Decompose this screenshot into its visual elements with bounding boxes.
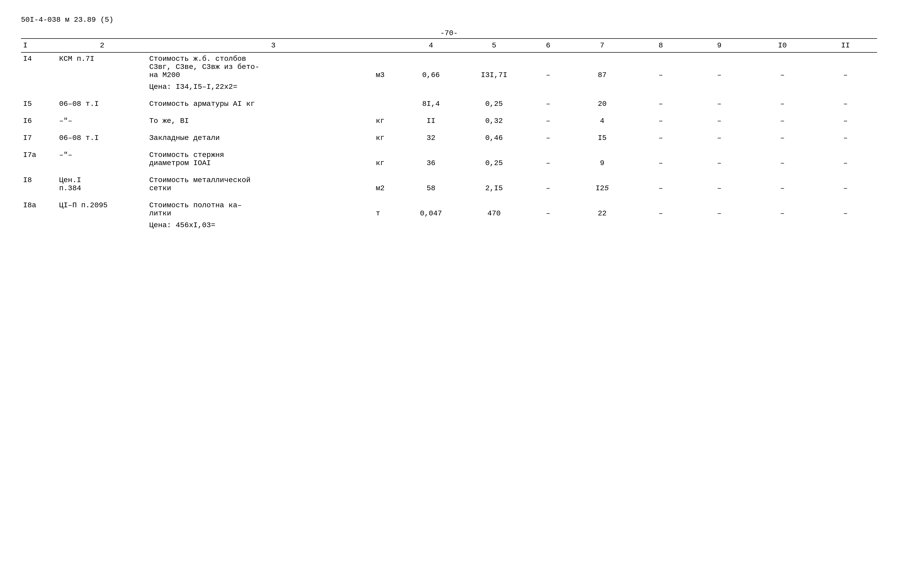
row-value-11: – [814,174,877,194]
col-header-3: 3 [147,38,399,52]
page-number: -70- [21,29,877,37]
main-table: I 2 3 4 5 6 7 8 9 I0 II I4КСМ п.7IСтоимо… [21,38,877,236]
row-unit: кг [374,149,399,169]
row-value-10: – [751,132,814,144]
row-value-4: 8I,4 [399,98,463,110]
row-value-10: – [751,199,814,220]
column-header-row: I 2 3 4 5 6 7 8 9 I0 II [21,38,877,52]
table-row: I8аЦI–П п.2095Стоимость полотна ка–литки… [21,199,877,220]
row-value-5: 470 [463,199,526,220]
row-id: I7 [21,132,57,144]
row-ref: –"– [57,115,147,127]
row-value-9: – [688,52,751,81]
row-value-10: – [751,52,814,81]
row-ref: –"– [57,149,147,169]
row-value-4: 58 [399,174,463,194]
row-id: I6 [21,115,57,127]
spacer-row [21,93,877,98]
table-row: I506–08 т.IСтоимость арматуры АI кг8I,40… [21,98,877,110]
spacer-row [21,169,877,174]
row-value-9: – [688,132,751,144]
table-row: I6–"–То же, ВIкгII0,32–4–––– [21,115,877,127]
row-value-7: 87 [570,52,634,81]
row-description: То же, ВI [147,115,374,127]
row-value-8: – [634,174,688,194]
row-unit: кг [374,115,399,127]
row-id: I8а [21,199,57,220]
row-ref: 06–08 т.I [57,132,147,144]
row-unit: м3 [374,52,399,81]
row-value-6: – [526,149,571,169]
doc-reference: 50I-4-038 м 23.89 (5) [21,16,877,24]
table-row: I8Цен.Iп.384Стоимость металлическойсетки… [21,174,877,194]
row-value-4: 0,047 [399,199,463,220]
row-value-11: – [814,52,877,81]
col-header-2: 2 [57,38,147,52]
price-note: Цена: 456xI,03= [147,220,877,231]
row-description: Стоимость арматуры АI кг [147,98,374,110]
row-id: I7а [21,149,57,169]
row-id: I5 [21,98,57,110]
row-value-7: 20 [570,98,634,110]
col-header-10: I0 [751,38,814,52]
row-description: Стоимость полотна ка–литки [147,199,374,220]
page-number-text: -70- [440,29,458,37]
spacer-row [21,144,877,149]
row-ref: Цен.Iп.384 [57,174,147,194]
row-value-7: 4 [570,115,634,127]
row-value-4: 36 [399,149,463,169]
row-value-9: – [688,115,751,127]
row-value-8: – [634,98,688,110]
col-header-6: 6 [526,38,571,52]
row-ref: ЦI–П п.2095 [57,199,147,220]
row-value-7: I25 [570,174,634,194]
row-value-6: – [526,174,571,194]
spacer-row [21,110,877,115]
col-header-5: 5 [463,38,526,52]
row-value-9: – [688,149,751,169]
row-value-11: – [814,115,877,127]
row-value-4: 0,66 [399,52,463,81]
row-value-6: – [526,52,571,81]
table-row: I4КСМ п.7IСтоимость ж.б. столбовС3вг, С3… [21,52,877,81]
row-value-9: – [688,98,751,110]
row-value-4: 32 [399,132,463,144]
row-value-7: I5 [570,132,634,144]
row-value-5: 0,46 [463,132,526,144]
row-value-7: 9 [570,149,634,169]
row-description: Стоимость ж.б. столбовС3вг, С3ве, С3вж и… [147,52,374,81]
row-value-6: – [526,199,571,220]
spacer-row [21,127,877,132]
row-ref: КСМ п.7I [57,52,147,81]
price-note-row: Цена: 456xI,03= [21,220,877,231]
row-value-5: 0,25 [463,98,526,110]
row-value-11: – [814,98,877,110]
row-unit: т [374,199,399,220]
col-header-4: 4 [399,38,463,52]
price-note: Цена: I34,I5–I,22x2= [147,81,877,93]
row-value-10: – [751,174,814,194]
row-value-9: – [688,199,751,220]
row-value-8: – [634,115,688,127]
row-value-11: – [814,199,877,220]
row-value-11: – [814,149,877,169]
row-value-7: 22 [570,199,634,220]
col-header-1: I [21,38,57,52]
col-header-11: II [814,38,877,52]
table-row: I706–08 т.IЗакладные деталикг320,46–I5––… [21,132,877,144]
doc-ref-text: 50I-4-038 м 23.89 (5) [21,16,114,24]
col-header-8: 8 [634,38,688,52]
row-description: Стоимость металлическойсетки [147,174,374,194]
row-unit: кг [374,132,399,144]
spacer-row [21,231,877,236]
row-value-10: – [751,149,814,169]
row-value-10: – [751,98,814,110]
row-value-11: – [814,132,877,144]
row-value-8: – [634,52,688,81]
row-value-6: – [526,132,571,144]
row-value-6: – [526,115,571,127]
row-value-5: 2,I5 [463,174,526,194]
row-unit [374,98,399,110]
row-value-5: 0,32 [463,115,526,127]
row-value-8: – [634,149,688,169]
